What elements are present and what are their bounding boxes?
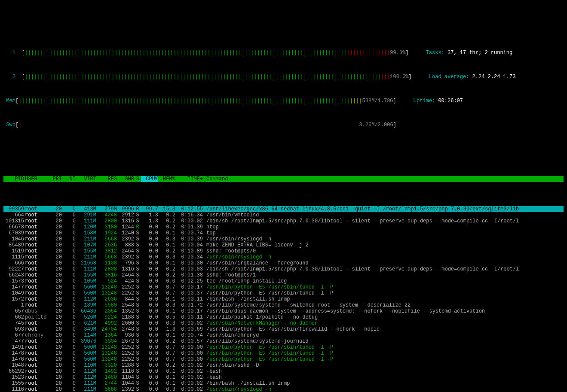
process-row[interactable]: 657dbus2006643620641352S0.00.10:00.17/us… — [3, 308, 564, 314]
header-shr[interactable]: SHR — [117, 176, 134, 182]
process-row[interactable]: 1523root200112M14801104S0.00.10:00.02-ba… — [3, 374, 564, 380]
process-row[interactable]: 1476root200560M132482252S0.00.70:00.00/u… — [3, 356, 564, 362]
header-virt[interactable]: VIRT — [76, 176, 96, 182]
process-row[interactable]: 1572root200112M2636844S0.00.10:00.11/bin… — [3, 296, 564, 302]
cpu1-bar: ||||||||||||||||||||||||||||||||||||||||… — [25, 50, 390, 56]
process-row[interactable]: 1116root200211M56682392S0.00.30:00.02/us… — [3, 386, 564, 392]
header-pri[interactable]: PRI — [48, 176, 62, 182]
tasks-stats: Tasks: 37, 17 thr; 2 running — [409, 50, 513, 56]
process-row[interactable]: 66292root200112M14921116S0.00.10:00.02-b… — [3, 368, 564, 374]
process-row[interactable]: 745root200621M49922600S0.00.30:00.02/usr… — [3, 320, 564, 326]
process-row[interactable]: 666root200216681108796S0.00.10:00.30/usr… — [3, 260, 564, 266]
process-row[interactable]: 1049root200560M132482252S0.00.70:00.37/u… — [3, 290, 564, 296]
process-row[interactable]: 1491root200560M132482252S0.00.70:00.00/u… — [3, 344, 564, 350]
header-cpu[interactable]: CPU% — [141, 176, 158, 182]
process-row[interactable]: 677chrony200114M1364936S0.00.10:00.74/us… — [3, 332, 564, 338]
process-row[interactable]: 99359root200413M279M9996R99.715.30:12.55… — [3, 206, 564, 212]
header-ni[interactable]: NI — [62, 176, 76, 182]
cpu1-label: 1 — [3, 50, 15, 56]
cpu2-bar: ||||||||||||||||||||||||||||||||||||||||… — [25, 74, 390, 80]
process-row[interactable]: 1555root200111M27441044S0.00.10:00.02/bi… — [3, 380, 564, 386]
process-row[interactable]: 1477root200560M132482252S0.00.70:00.17/u… — [3, 284, 564, 290]
header-s[interactable]: S — [134, 176, 141, 182]
swp-meter: Swp [|3.26M/2.00G] — [3, 122, 564, 128]
load-stats: Load average: 2.24 2.24 1.73 — [412, 74, 516, 80]
mem-meter: Mem [|||||||||||||||||||||||||||||||||||… — [3, 98, 564, 104]
header-pid[interactable]: PID — [3, 176, 24, 182]
header-res[interactable]: RES — [96, 176, 117, 182]
process-row[interactable]: 664root200291M42482912S1.30.20:16.34/usr… — [3, 212, 564, 218]
swp-value: 3.26M/2.00G — [359, 122, 393, 128]
process-row[interactable]: 477root2003907630042672S0.00.20:00.57/us… — [3, 338, 564, 344]
process-list[interactable]: 99359root200413M279M9996R99.715.30:12.55… — [3, 206, 564, 392]
mem-value: 538M/1.78G — [362, 98, 393, 104]
process-row[interactable]: 66243root200155M38162464S0.00.20:01.38ss… — [3, 272, 564, 278]
process-row[interactable]: 1573root200105M524424S0.00.00:02.25tee /… — [3, 278, 564, 284]
uptime-stats: Uptime: 00:26:07 — [396, 98, 463, 104]
process-row[interactable]: 66678root200120M31801244R0.00.20:01.39ht… — [3, 224, 564, 230]
swp-bar: | — [18, 122, 359, 128]
process-row[interactable]: 67039root200158M19241240S0.00.10:00.74to… — [3, 230, 564, 236]
header-mem[interactable]: MEM% — [158, 176, 175, 182]
header-time[interactable]: TIME+ — [175, 176, 203, 182]
cpu1-meter: 1 [|||||||||||||||||||||||||||||||||||||… — [3, 50, 564, 56]
swp-label: Swp — [3, 122, 15, 128]
mem-bar: ||||||||||||||||||||||||||||||||||||||||… — [18, 98, 362, 104]
cpu2-label: 2 — [3, 74, 15, 80]
process-row[interactable]: 1048root200110M33202288S0.00.20:00.02/us… — [3, 362, 564, 368]
process-row[interactable]: 92227root200111M28081316S0.00.20:00.03/b… — [3, 266, 564, 272]
process-row[interactable]: 101315root200111M28001316S1.30.20:00.02/… — [3, 218, 564, 224]
process-row[interactable]: 1519root200155M38122464S0.00.20:10.89ssh… — [3, 248, 564, 254]
htop-terminal: 1 [|||||||||||||||||||||||||||||||||||||… — [0, 24, 567, 392]
process-row[interactable]: 1115root200211M56682392S0.00.30:00.34/us… — [3, 254, 564, 260]
cpu2-meter: 2 [|||||||||||||||||||||||||||||||||||||… — [3, 74, 564, 80]
process-row[interactable]: 693root200349M247042748S0.01.30:00.69/us… — [3, 326, 564, 332]
process-row[interactable]: 1046root200211M56682392S0.00.30:00.39/us… — [3, 236, 564, 242]
process-row[interactable]: 1root200189M55802548S0.00.30:01.72/usr/l… — [3, 302, 564, 308]
cpu1-value: 99.3% — [390, 50, 405, 56]
process-header[interactable]: PID USER PRI NI VIRT RES SHR S CPU% MEM%… — [3, 176, 564, 182]
mem-label: Mem — [3, 98, 15, 104]
cpu2-value: 100.0% — [390, 74, 408, 80]
process-row[interactable]: 85489root200107M2636888S0.00.10:00.04mak… — [3, 242, 564, 248]
process-row[interactable]: 662polkitd200526M92242188S0.00.50:00.11/… — [3, 314, 564, 320]
header-user[interactable]: USER — [24, 176, 48, 182]
process-row[interactable]: 1478root200560M132482252S0.00.70:00.00/u… — [3, 350, 564, 356]
header-command[interactable]: Command — [203, 176, 564, 182]
